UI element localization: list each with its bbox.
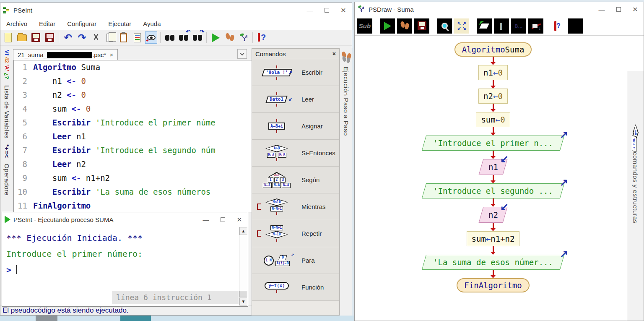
- editor-line[interactable]: 8 Leer n2: [14, 157, 252, 171]
- command-escribir[interactable]: 'Hola !' ↗ Escribir: [252, 59, 339, 86]
- find-button[interactable]: [164, 31, 176, 44]
- syntax-view-button[interactable]: +: [145, 31, 157, 44]
- find-next-button[interactable]: ↷: [191, 31, 203, 44]
- menu-ayuda[interactable]: Ayuda: [143, 20, 161, 27]
- edit-colors-button[interactable]: [477, 18, 492, 34]
- subprocess-button[interactable]: Sub: [357, 18, 372, 34]
- editor-line[interactable]: 9 sum <- n1+n2: [14, 171, 252, 185]
- toggle-labels-button[interactable]: B…: [511, 18, 526, 34]
- step-by-step-tab[interactable]: Ejecución Paso a Paso: [340, 48, 352, 316]
- new-file-button[interactable]: [2, 31, 14, 44]
- tab-list-dropdown[interactable]: [237, 49, 247, 59]
- redo-button[interactable]: ↷: [76, 31, 88, 44]
- flow-assign-sum-expr[interactable]: sum ← n1+n2: [467, 231, 520, 246]
- command-funcion[interactable]: y←f(x) Función: [252, 274, 339, 301]
- command-leer[interactable]: Dato1 ↙ Leer: [252, 86, 339, 113]
- save-as-button[interactable]: [44, 31, 56, 44]
- pseint-titlebar[interactable]: PSeInt — ×: [0, 3, 352, 17]
- command-asignar[interactable]: A←B+i Asignar: [252, 113, 339, 140]
- run-button[interactable]: [380, 18, 395, 34]
- flowchart-canvas[interactable]: Algoritmo Suma n1 ← 0 n2 ← 0 sum ← 0 'In…: [355, 37, 644, 321]
- comandos-header[interactable]: Comandos ×: [252, 49, 339, 59]
- pseint-close-button[interactable]: ×: [335, 3, 352, 17]
- console-titlebar[interactable]: PSeInt - Ejecutando proceso SUMA — ×: [2, 212, 248, 227]
- scroll-down-button[interactable]: ▼: [239, 298, 247, 305]
- command-segun[interactable]: dat 123 N←AN←AN←A Según: [252, 167, 339, 193]
- console-maximize-button[interactable]: [214, 212, 231, 227]
- editor-line[interactable]: 3 n2 <- 0: [14, 88, 252, 102]
- console-window: PSeInt - Ejecutando proceso SUMA — × ***…: [2, 212, 248, 307]
- flow-write-1[interactable]: 'Introduce el primer n... ↗: [424, 136, 562, 151]
- flow-read-n2[interactable]: n2 ↙: [481, 207, 505, 223]
- paste-button[interactable]: [117, 31, 130, 44]
- scroll-up-button[interactable]: ▲: [239, 227, 247, 235]
- zoom-button[interactable]: [437, 18, 452, 34]
- command-para[interactable]: 1 N B A(i)←B ↗ Para: [252, 247, 339, 274]
- cut-button[interactable]: [90, 31, 102, 44]
- console-minimize-button[interactable]: —: [197, 212, 214, 227]
- output-arrow-icon: ↗: [560, 177, 568, 188]
- flow-write-2[interactable]: 'Introduce el segundo ... ↗: [424, 183, 562, 198]
- menu-archivo[interactable]: Archivo: [6, 20, 27, 27]
- command-si-entonces[interactable]: A>B M←AM←B Si-Entonces: [252, 140, 339, 167]
- blank-button[interactable]: [568, 18, 583, 34]
- psdraw-help-button[interactable]: ?: [551, 18, 566, 34]
- editor-line[interactable]: 7 Escribir 'Introduce el segundo núm: [14, 144, 252, 157]
- undo-button[interactable]: ↶: [62, 31, 74, 44]
- tab-close-icon[interactable]: ×: [109, 51, 113, 58]
- console-prompt-line[interactable]: >: [6, 262, 248, 278]
- pseint-minimize-button[interactable]: —: [301, 3, 318, 17]
- psdraw-minimize-button[interactable]: —: [593, 2, 610, 16]
- editor-line[interactable]: 5 Escribir 'Introduce el primer núme: [14, 116, 252, 130]
- operators-tab-icon[interactable]: *+=<: [3, 144, 10, 158]
- run-button[interactable]: [210, 31, 222, 44]
- menu-ejecutar[interactable]: Ejecutar: [108, 20, 131, 27]
- toggle-comments-button[interactable]: ∥: [494, 18, 509, 34]
- command-mientras[interactable]: N<10 N←N+1 Mientras: [252, 193, 339, 220]
- editor-line[interactable]: 6 Leer n1: [14, 130, 252, 144]
- editor-line[interactable]: 11FinAlgoritmo: [14, 199, 252, 212]
- console-scrollbar[interactable]: ▲ ▼: [239, 227, 247, 305]
- menu-editar[interactable]: Editar: [39, 20, 55, 27]
- flow-read-n1[interactable]: n1 ↙: [481, 159, 505, 175]
- file-tab[interactable]: 21_suma_.psc* ×: [13, 49, 118, 60]
- editor-line[interactable]: 10 Escribir 'La suma de esos números: [14, 185, 252, 199]
- variables-tab[interactable]: Lista de Variables: [3, 85, 10, 138]
- flow-assign-n2[interactable]: n2 ← 0: [478, 89, 508, 104]
- draw-flowchart-button[interactable]: [237, 31, 249, 44]
- save-button[interactable]: [30, 31, 42, 44]
- flow-assign-sum[interactable]: sum ← 0: [476, 112, 510, 127]
- save-image-button[interactable]: [414, 18, 429, 34]
- console-close-button[interactable]: ×: [231, 212, 248, 227]
- menu-configurar[interactable]: Configurar: [67, 20, 96, 27]
- psdraw-side-tab[interactable]: A>B 'Hola !' comandos y estructuras: [627, 71, 644, 321]
- flow-start-node[interactable]: Algoritmo Suma: [454, 42, 532, 57]
- pseint-maximize-button[interactable]: [318, 3, 335, 17]
- comandos-close-icon[interactable]: ×: [332, 50, 336, 57]
- flow-write-3[interactable]: 'La suma de esos númer... ↗: [424, 255, 562, 270]
- find-prev-button[interactable]: ↶: [177, 31, 190, 44]
- flow-end-node[interactable]: FinAlgoritmo: [457, 278, 529, 292]
- scroll-thumb[interactable]: [239, 291, 247, 297]
- open-file-button[interactable]: [16, 31, 28, 44]
- editor-line[interactable]: 1Algoritmo Suma: [14, 60, 252, 74]
- operators-tab[interactable]: Operadore: [3, 164, 10, 196]
- copy-button[interactable]: [104, 31, 116, 44]
- toolbar: ↶ ↷ + ↶ ↷ ?: [0, 30, 352, 46]
- editor-line[interactable]: 4 sum <- 0: [14, 102, 252, 116]
- step-run-button[interactable]: [223, 31, 236, 44]
- psdraw-titlebar[interactable]: PSDraw - Suma — ×: [355, 2, 644, 16]
- code-editor[interactable]: 1Algoritmo Suma 2 n1 <- 0 3 n2 <- 0 4 su…: [13, 60, 252, 212]
- flow-assign-n1[interactable]: n1 ← 0: [478, 65, 508, 80]
- help-button[interactable]: ?: [256, 31, 268, 44]
- disable-flow-button[interactable]: [528, 18, 543, 34]
- save-icon: [418, 21, 426, 30]
- editor-line[interactable]: 2 n1 <- 0: [14, 74, 252, 88]
- step-button[interactable]: [397, 18, 412, 34]
- psdraw-maximize-button[interactable]: [610, 2, 627, 16]
- command-repetir[interactable]: N←N+1 N=10 Repetir: [252, 220, 339, 247]
- variables-tab-icon[interactable]: Vf 42 'A' ¿?: [4, 50, 10, 79]
- fit-view-button[interactable]: ↖ ↗↙ ↘: [454, 18, 469, 34]
- syntax-list-button[interactable]: [131, 31, 143, 44]
- psdraw-close-button[interactable]: ×: [627, 2, 644, 16]
